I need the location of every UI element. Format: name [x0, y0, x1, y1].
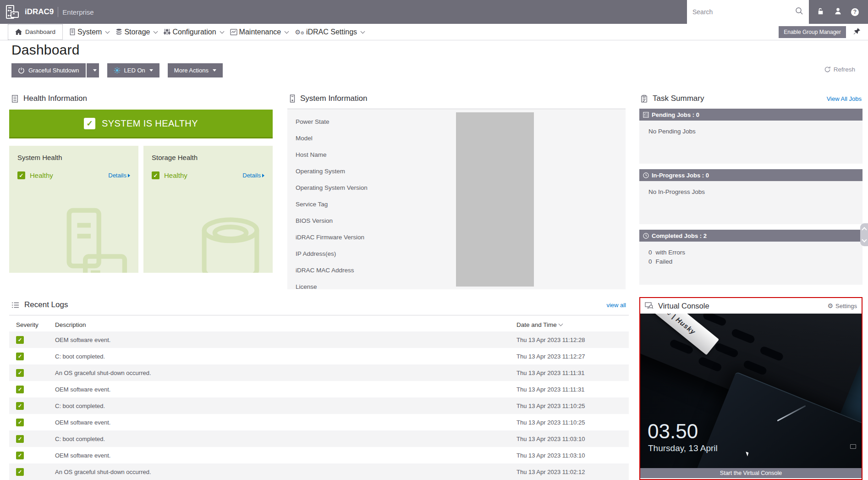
- log-datetime: Thu 13 Apr 2023 11:02:12: [516, 469, 629, 475]
- log-description: An OS graceful shut-down occurred.: [55, 370, 516, 376]
- tab-idrac-settings[interactable]: ⚙⚙ iDRAC Settings: [295, 28, 364, 36]
- scroll-down-icon[interactable]: [862, 237, 867, 242]
- help-icon[interactable]: ?: [851, 8, 859, 16]
- tab-label: Maintenance: [239, 28, 281, 36]
- tab-configuration[interactable]: Configuration: [164, 28, 223, 36]
- system-health-details-link[interactable]: Details: [108, 172, 130, 179]
- jobs-failed-count: 0: [648, 258, 652, 265]
- tab-label: iDRAC Settings: [306, 28, 357, 36]
- button-label: LED On: [124, 67, 145, 74]
- tab-system[interactable]: System: [69, 28, 109, 36]
- storage-health-card: Storage Health ✓ Healthy Details: [143, 146, 273, 273]
- completed-jobs-body: 0with Errors 0Failed: [639, 242, 863, 285]
- checklist-icon: [643, 112, 649, 118]
- search-box[interactable]: [687, 0, 809, 24]
- caret-down-icon: [149, 69, 153, 72]
- button-label: Start the Virtual Console: [720, 470, 782, 476]
- system-information-panel: Power State Model Host Name Operating Sy…: [287, 109, 626, 289]
- log-description: OEM software event.: [55, 386, 516, 393]
- virtual-console-panel: Virtual Console ⚙ Settings milestone | H…: [639, 297, 863, 480]
- severity-ok-icon: ✓: [16, 435, 24, 443]
- storage-icon: [115, 28, 122, 35]
- action-buttons: Graceful Shutdown LED On More Actions: [11, 63, 223, 77]
- severity-ok-icon: ✓: [16, 353, 24, 360]
- log-datetime: Thu 13 Apr 2023 11:10:25: [516, 419, 629, 426]
- table-row[interactable]: ✓ OEM software event. Thu 13 Apr 2023 11…: [9, 381, 629, 397]
- pending-jobs-header: Pending Jobs : 0: [639, 109, 863, 121]
- scroll-up-icon[interactable]: [862, 227, 867, 232]
- jobs-with-errors-label: with Errors: [656, 249, 686, 256]
- panel-title: Task Summary: [653, 94, 704, 103]
- health-information-header: Health Information: [11, 94, 87, 103]
- logs-view-all-link[interactable]: view all: [606, 302, 626, 309]
- completed-jobs-header: Completed Jobs : 2: [639, 230, 863, 242]
- table-row[interactable]: ✓ An OS graceful shut-down occurred. Thu…: [9, 463, 629, 480]
- pin-icon[interactable]: [853, 28, 861, 37]
- task-summary-icon: [641, 95, 648, 103]
- table-row[interactable]: ✓ C: boot completed. Thu 13 Apr 2023 11:…: [9, 348, 629, 364]
- table-row[interactable]: ✓ OEM software event. Thu 13 Apr 2023 11…: [9, 447, 629, 463]
- severity-ok-icon: ✓: [16, 369, 24, 377]
- storage-health-details-link[interactable]: Details: [242, 172, 264, 179]
- more-actions-button[interactable]: More Actions: [168, 63, 223, 77]
- caret-down-icon: [93, 69, 97, 72]
- button-label: Graceful Shutdown: [28, 67, 79, 74]
- severity-ok-icon: ✓: [16, 386, 24, 393]
- table-row[interactable]: ✓ OEM software event. Thu 13 Apr 2023 11…: [9, 331, 629, 348]
- unlock-icon[interactable]: [816, 7, 825, 17]
- table-row[interactable]: ✓ C: boot completed. Thu 13 Apr 2023 11:…: [9, 430, 629, 447]
- start-virtual-console-button[interactable]: Start the Virtual Console: [640, 468, 862, 478]
- system-health-card: System Health ✓ Healthy Details: [9, 146, 138, 273]
- log-description: OEM software event.: [55, 452, 516, 459]
- power-icon: [18, 67, 25, 74]
- refresh-button[interactable]: Refresh: [824, 66, 855, 73]
- tab-label: Configuration: [172, 28, 216, 36]
- section-label: In-Progress Jobs : 0: [652, 172, 709, 179]
- search-input[interactable]: [692, 8, 795, 16]
- severity-ok-icon: ✓: [16, 336, 24, 344]
- health-status: Healthy: [30, 171, 53, 179]
- table-row[interactable]: ✓ An OS graceful shut-down occurred. Thu…: [9, 364, 629, 381]
- log-datetime: Thu 13 Apr 2023 11:11:31: [516, 370, 629, 376]
- network-status-icon: [850, 444, 856, 449]
- main-navigation: Dashboard System Storage Configuration M…: [0, 24, 868, 40]
- task-summary-panel: Pending Jobs : 0 No Pending Jobs In-Prog…: [639, 109, 863, 285]
- tab-label: Dashboard: [25, 28, 55, 35]
- chevron-down-icon: [154, 29, 158, 33]
- console-settings-link[interactable]: ⚙ Settings: [827, 302, 857, 309]
- search-icon[interactable]: [795, 7, 803, 17]
- pending-jobs-body: No Pending Jobs: [639, 121, 863, 164]
- refresh-icon: [824, 66, 831, 73]
- log-description: C: boot completed.: [55, 403, 516, 409]
- tab-maintenance[interactable]: Maintenance: [230, 28, 289, 36]
- button-label: More Actions: [174, 67, 209, 74]
- caret-down-icon: [213, 69, 216, 72]
- column-datetime[interactable]: Date and Time: [516, 321, 629, 328]
- chevron-down-icon: [105, 29, 110, 33]
- tab-label: System: [77, 28, 102, 36]
- table-row[interactable]: ✓ OEM software event. Thu 13 Apr 2023 11…: [9, 414, 629, 430]
- tab-dashboard[interactable]: Dashboard: [8, 24, 63, 40]
- user-icon[interactable]: [834, 7, 842, 17]
- severity-ok-icon: ✓: [16, 402, 24, 410]
- healthy-check-icon: ✓: [17, 171, 25, 179]
- table-row[interactable]: ✓ C: boot completed. Thu 13 Apr 2023 11:…: [9, 397, 629, 414]
- graceful-shutdown-button[interactable]: Graceful Shutdown: [11, 63, 86, 77]
- led-on-button[interactable]: LED On: [107, 63, 159, 77]
- graceful-shutdown-dropdown-button[interactable]: [87, 63, 99, 77]
- disk-watermark-icon: [194, 213, 267, 273]
- health-status: Healthy: [164, 171, 187, 179]
- log-datetime: Thu 13 Apr 2023 11:10:25: [516, 403, 629, 409]
- view-all-jobs-link[interactable]: View All Jobs: [827, 95, 862, 102]
- log-description: OEM software event.: [55, 337, 516, 343]
- home-icon: [15, 29, 22, 35]
- enable-group-manager-button[interactable]: Enable Group Manager: [779, 26, 846, 38]
- card-title: System Health: [17, 154, 130, 161]
- tab-storage[interactable]: Storage: [115, 28, 157, 36]
- task-summary-scrollbar[interactable]: [860, 223, 868, 246]
- recent-logs-icon: [11, 302, 19, 309]
- configuration-icon: [164, 28, 170, 35]
- sort-chevron-icon: [558, 322, 563, 326]
- jobs-with-errors-count: 0: [648, 249, 652, 256]
- console-preview-image[interactable]: milestone | Husky 03.50 Thursday, 13 Apr…: [640, 314, 862, 468]
